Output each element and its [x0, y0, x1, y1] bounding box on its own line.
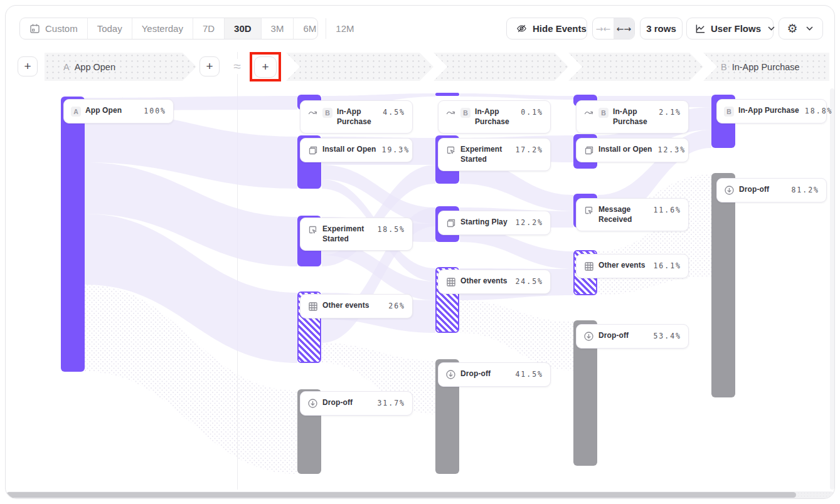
flow-node-in-app-purchase[interactable]: BIn-App Purchase18.8%	[716, 99, 827, 123]
event-label: Drop-off	[598, 331, 647, 341]
event-label: Drop-off	[322, 398, 371, 408]
grid-icon	[445, 276, 456, 287]
trend-icon	[445, 107, 456, 118]
event-badge: B	[460, 108, 471, 118]
flow-bar-app-open	[61, 97, 85, 372]
event-percentage: 53.4%	[653, 332, 681, 340]
event-percentage: 16.1%	[653, 261, 681, 270]
click-icon	[307, 224, 318, 235]
flow-node-install-or-open[interactable]: Install or Open19.3%	[300, 138, 413, 162]
flow-node-other-events[interactable]: Other events16.1%	[576, 254, 689, 278]
event-percentage: 0.1%	[521, 108, 543, 117]
event-label: Message Received	[598, 205, 647, 224]
flow-node-other-events[interactable]: Other events26%	[300, 294, 413, 318]
trend-icon	[583, 107, 594, 118]
event-label: In-App Purchase	[738, 106, 799, 116]
flow-node-other-events[interactable]: Other events24.5%	[438, 270, 551, 294]
grid-icon	[583, 261, 594, 271]
flow-bar-drop-off	[711, 173, 735, 397]
flow-node-drop-off[interactable]: Drop-off53.4%	[576, 324, 689, 349]
dropoff-icon	[583, 331, 594, 342]
flow-ribbons	[5, 5, 835, 499]
trend-icon	[307, 107, 318, 118]
dropoff-ribbon	[460, 300, 573, 370]
flow-node-drop-off[interactable]: Drop-off31.7%	[300, 391, 413, 416]
event-label: Install or Open	[598, 145, 652, 155]
squares-icon	[307, 145, 318, 155]
annotation-highlight	[250, 52, 281, 81]
event-badge: B	[598, 108, 609, 118]
dropoff-icon	[445, 369, 456, 380]
flow-node-experiment-started[interactable]: Experiment Started17.2%	[438, 138, 551, 171]
event-label: App Open	[85, 106, 138, 116]
event-percentage: 2.1%	[659, 108, 681, 117]
event-percentage: 81.2%	[791, 186, 819, 194]
event-percentage: 24.5%	[515, 277, 543, 286]
event-label: Other events	[460, 276, 509, 286]
event-label: Other events	[598, 261, 647, 271]
event-percentage: 100%	[144, 107, 166, 115]
flow-bar-in-app-purchase	[435, 93, 459, 96]
event-percentage: 26%	[388, 302, 405, 310]
flow-node-starting-play[interactable]: Starting Play12.2%	[438, 211, 551, 235]
event-badge: A	[71, 107, 81, 117]
event-label: In-App Purchase	[475, 107, 515, 127]
event-percentage: 41.5%	[515, 370, 543, 379]
user-flows-report: Custom Today Yesterday 7D 30D 3M 6M 12M …	[0, 0, 840, 504]
dropoff-icon	[724, 185, 735, 196]
event-percentage: 11.6%	[653, 206, 681, 214]
grid-icon	[307, 301, 318, 312]
flow-ribbon	[460, 93, 573, 100]
event-label: Install or Open	[322, 145, 376, 155]
event-badge: B	[724, 107, 734, 117]
flow-node-in-app-purchase[interactable]: BIn-App Purchase0.1%	[438, 100, 551, 134]
dropoff-icon	[307, 398, 318, 409]
event-label: Other events	[322, 301, 383, 311]
event-label: In-App Purchase	[613, 107, 653, 127]
event-percentage: 12.2%	[515, 218, 543, 227]
event-percentage: 18.5%	[377, 225, 405, 234]
click-icon	[445, 145, 456, 155]
squares-icon	[583, 145, 594, 155]
event-label: Drop-off	[739, 185, 785, 195]
approx-symbol: ≈	[228, 59, 246, 74]
event-label: Starting Play	[460, 218, 509, 228]
event-percentage: 31.7%	[377, 399, 405, 407]
event-badge: B	[322, 108, 332, 118]
event-percentage: 17.2%	[515, 145, 543, 154]
event-percentage: 18.8%	[805, 107, 833, 115]
flow-node-app-open[interactable]: AApp Open100%	[63, 99, 174, 123]
flow-node-in-app-purchase[interactable]: BIn-App Purchase4.5%	[300, 100, 413, 134]
event-percentage: 19.3%	[382, 145, 410, 154]
event-percentage: 12.3%	[658, 145, 686, 154]
squares-icon	[445, 218, 456, 228]
flow-node-message-received[interactable]: Message Received11.6%	[576, 198, 689, 231]
report-card: Custom Today Yesterday 7D 30D 3M 6M 12M …	[5, 5, 835, 499]
event-label: Experiment Started	[460, 145, 509, 164]
event-percentage: 4.5%	[383, 108, 405, 117]
flow-node-drop-off[interactable]: Drop-off81.2%	[716, 178, 827, 202]
event-label: In-App Purchase	[337, 107, 377, 127]
flow-node-experiment-started[interactable]: Experiment Started18.5%	[300, 218, 413, 251]
event-label: Experiment Started	[322, 224, 371, 244]
flow-node-drop-off[interactable]: Drop-off41.5%	[438, 362, 551, 387]
click-icon	[583, 205, 594, 216]
flow-node-install-or-open[interactable]: Install or Open12.3%	[576, 138, 689, 162]
event-label: Drop-off	[460, 369, 509, 379]
flow-node-in-app-purchase[interactable]: BIn-App Purchase2.1%	[576, 100, 689, 134]
